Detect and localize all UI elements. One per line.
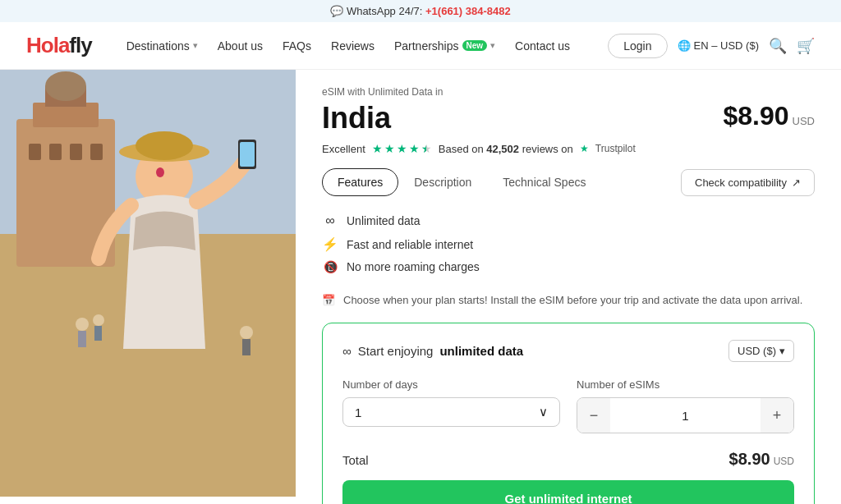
nav-links: Destinations ▾ About us FAQs Reviews Par… bbox=[118, 34, 602, 57]
rating-label: Excellent bbox=[322, 143, 365, 155]
sidebar-item-contact[interactable]: Contact us bbox=[507, 34, 578, 57]
feature-fast-internet: ⚡ Fast and reliable internet bbox=[322, 232, 815, 256]
svg-point-6 bbox=[45, 71, 86, 101]
activation-info: 📅 Choose when your plan starts! Install … bbox=[322, 291, 815, 309]
total-label: Total bbox=[342, 453, 369, 467]
feature-fast-text: Fast and reliable internet bbox=[347, 238, 473, 251]
feature-unlimited-text: Unlimited data bbox=[347, 214, 420, 227]
logo-red: Hola bbox=[26, 33, 69, 57]
total-row: Total $8.90 USD bbox=[342, 450, 794, 469]
cart-icon[interactable]: 🛒 bbox=[797, 37, 815, 55]
rating-row: Excellent ★ ★ ★ ★ ★★ Based on 42,502 rev… bbox=[322, 142, 815, 155]
esim-label: eSIM with Unlimited Data in bbox=[322, 86, 815, 98]
esims-control: Number of eSIMs − 1 + bbox=[577, 378, 794, 433]
days-select[interactable]: 1 ∨ bbox=[342, 397, 560, 427]
feature-unlimited-data: ∞ Unlimited data bbox=[322, 209, 815, 232]
topbar-text: WhatsApp 24/7: bbox=[347, 5, 425, 17]
navigation: Holafly Destinations ▾ About us FAQs Rev… bbox=[0, 22, 841, 70]
svg-rect-19 bbox=[78, 331, 86, 347]
svg-rect-14 bbox=[136, 131, 193, 160]
days-control: Number of days 1 ∨ bbox=[342, 378, 560, 433]
new-badge: New bbox=[462, 40, 488, 51]
sidebar-item-destinations[interactable]: Destinations ▾ bbox=[118, 34, 206, 57]
logo-dark: fly bbox=[69, 33, 91, 57]
reviews-label: reviews on bbox=[522, 143, 573, 155]
product-tabs: Features Description Technical Specs Che… bbox=[322, 168, 815, 196]
svg-point-18 bbox=[76, 318, 89, 331]
external-link-icon: ↗ bbox=[792, 176, 801, 189]
card-title-bold: unlimited data bbox=[439, 344, 523, 358]
destinations-label: Destinations bbox=[126, 39, 190, 53]
star-4: ★ bbox=[409, 142, 420, 155]
check-compatibility-button[interactable]: Check compatibility ↗ bbox=[681, 169, 815, 196]
whatsapp-phone[interactable]: +1(661) 384-8482 bbox=[425, 5, 511, 17]
top-bar: 💬 WhatsApp 24/7: +1(661) 384-8482 bbox=[0, 0, 841, 22]
tab-features[interactable]: Features bbox=[322, 168, 398, 196]
logo[interactable]: Holafly bbox=[26, 33, 92, 58]
svg-point-17 bbox=[156, 167, 164, 177]
total-price: $8.90 USD bbox=[729, 450, 794, 469]
svg-rect-16 bbox=[240, 142, 255, 167]
svg-rect-7 bbox=[29, 144, 41, 160]
sidebar-item-faqs[interactable]: FAQs bbox=[274, 34, 319, 57]
feature-roaming-text: No more roaming charges bbox=[347, 260, 480, 273]
contact-label: Contact us bbox=[515, 39, 570, 53]
star-2: ★ bbox=[384, 142, 395, 155]
reviews-count[interactable]: Based on 42,502 reviews on bbox=[439, 143, 573, 155]
features-list: ∞ Unlimited data ⚡ Fast and reliable int… bbox=[322, 209, 815, 277]
chevron-down-icon: ▾ bbox=[193, 40, 198, 51]
svg-rect-23 bbox=[242, 339, 250, 355]
card-title: ∞ Start enjoying unlimited data bbox=[342, 344, 523, 358]
language-selector[interactable]: 🌐 EN – USD ($) bbox=[678, 39, 759, 52]
sidebar-item-reviews[interactable]: Reviews bbox=[323, 34, 383, 57]
svg-point-20 bbox=[93, 314, 104, 326]
increment-esims-button[interactable]: + bbox=[761, 398, 793, 433]
star-3: ★ bbox=[397, 142, 407, 155]
no-roaming-icon: 📵 bbox=[322, 260, 338, 273]
globe-icon: 🌐 bbox=[678, 39, 691, 52]
svg-rect-10 bbox=[90, 144, 103, 160]
hero-svg bbox=[0, 70, 296, 497]
hero-image bbox=[0, 70, 296, 497]
svg-rect-21 bbox=[94, 326, 102, 341]
svg-rect-9 bbox=[70, 144, 82, 160]
calendar-icon: 📅 bbox=[322, 294, 335, 306]
svg-rect-11 bbox=[0, 349, 296, 497]
chevron-down-icon: ∨ bbox=[539, 405, 548, 419]
product-section: eSIM with Unlimited Data in India $8.90 … bbox=[296, 70, 841, 504]
reviews-number: 42,502 bbox=[486, 143, 519, 155]
svg-rect-8 bbox=[49, 144, 62, 160]
check-compat-label: Check compatibility bbox=[695, 176, 787, 189]
price-currency: USD bbox=[793, 115, 815, 127]
esims-label: Number of eSIMs bbox=[577, 378, 794, 391]
product-title: India bbox=[322, 101, 391, 135]
search-icon[interactable]: 🔍 bbox=[769, 37, 787, 55]
price-value: $8.90 bbox=[723, 101, 788, 131]
purchase-card: ∞ Start enjoying unlimited data USD ($) … bbox=[322, 323, 815, 504]
lang-label: EN – USD ($) bbox=[694, 39, 759, 52]
feature-no-roaming: 📵 No more roaming charges bbox=[322, 256, 815, 277]
infinity-icon-small: ∞ bbox=[342, 344, 352, 358]
tab-description[interactable]: Description bbox=[398, 168, 487, 196]
card-header: ∞ Start enjoying unlimited data USD ($) … bbox=[342, 340, 794, 362]
total-price-value: $8.90 bbox=[729, 450, 770, 469]
chevron-down-icon: ▾ bbox=[779, 345, 785, 357]
login-button[interactable]: Login bbox=[608, 34, 667, 58]
card-title-start: Start enjoying bbox=[358, 344, 434, 358]
about-label: About us bbox=[218, 39, 263, 53]
infinity-icon: ∞ bbox=[322, 213, 338, 228]
trustpilot-star: ★ bbox=[580, 143, 589, 154]
lightning-icon: ⚡ bbox=[322, 236, 338, 252]
tab-technical-specs[interactable]: Technical Specs bbox=[487, 168, 601, 196]
buy-button[interactable]: Get unlimited internet bbox=[342, 480, 794, 504]
product-header: India $8.90 USD bbox=[322, 101, 815, 135]
sidebar-item-partnerships[interactable]: Partnerships New ▾ bbox=[386, 34, 503, 57]
star-half: ★★ bbox=[421, 142, 432, 155]
activation-text: Choose when your plan starts! Install th… bbox=[343, 294, 802, 306]
sidebar-item-about[interactable]: About us bbox=[209, 34, 271, 57]
faqs-label: FAQs bbox=[283, 39, 311, 53]
main-content: eSIM with Unlimited Data in India $8.90 … bbox=[0, 70, 841, 504]
chevron-down-icon: ▾ bbox=[490, 40, 495, 51]
decrement-esims-button[interactable]: − bbox=[577, 398, 610, 433]
currency-selector[interactable]: USD ($) ▾ bbox=[728, 340, 794, 362]
